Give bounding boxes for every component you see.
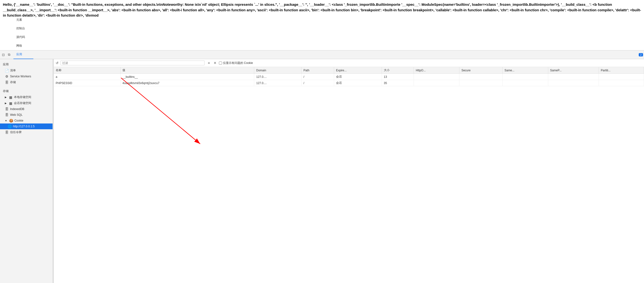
chat-badge: 2 — [639, 53, 643, 57]
main-content: ↺ ≡ ✕ 仅显示有问题的 Cookie 名称值DomainPathExpire… — [54, 59, 644, 283]
filter-input[interactable] — [62, 61, 203, 65]
cookie-label: Cookie — [14, 119, 23, 122]
cell-expires: 会话 — [334, 74, 382, 80]
indexeddb-label: IndexedDB — [10, 107, 24, 111]
sidebar-item-service-workers[interactable]: ⚙Service Workers — [0, 74, 52, 79]
filter-options-icon[interactable]: ≡ — [206, 61, 211, 65]
web-sql-label: Web SQL — [10, 113, 22, 117]
cell-value: 4uaqafktvmil3v6qmtj2suvcu7 — [120, 80, 254, 86]
cell-size: 13 — [382, 74, 414, 80]
service-workers-icon: ⚙ — [5, 75, 9, 78]
sidebar-item-cookie[interactable]: ▼🍪Cookie — [0, 118, 52, 123]
cell-domain: 127.0.... — [254, 74, 302, 80]
cell-path: / — [302, 74, 334, 80]
show-issues-label[interactable]: 仅显示有问题的 Cookie — [219, 61, 253, 65]
local-storage-label: 本地存储空间 — [14, 95, 31, 99]
cell-size: 35 — [382, 80, 414, 86]
sidebar-item-web-sql[interactable]: 🗄Web SQL — [0, 112, 52, 118]
tab-network[interactable]: 网络 — [14, 42, 33, 51]
cell-expires: 会话 — [334, 80, 382, 86]
cell-sameparty — [548, 80, 599, 86]
top-content-area: Hello, {'__name__': 'builtins', '__doc__… — [0, 0, 644, 51]
cell-samesite — [502, 80, 548, 86]
show-issues-text: 仅显示有问题的 Cookie — [223, 61, 253, 65]
devtools-tabs-bar: ⊡ ⧉ 元素控制台源代码网络应用性能内存LighthouseHackBar 2 — [0, 51, 644, 59]
table-body: a__builtins__127.0..../会话13PHPSESSID4uaq… — [54, 74, 644, 86]
table-head: 名称值DomainPathExpire...大小HttpO...SecureSa… — [54, 67, 644, 74]
collapse-arrow: ▼ — [5, 119, 7, 122]
col-header-sameparty[interactable]: SameP... — [548, 67, 599, 74]
trust-icon: 🗄 — [5, 130, 9, 134]
session-storage-label: 会话存储空间 — [14, 101, 31, 105]
tab-application[interactable]: 应用 — [14, 51, 33, 59]
sidebar-item-trust-badges[interactable]: 🗄 信任令牌 — [0, 129, 52, 135]
col-header-domain[interactable]: Domain — [254, 67, 302, 74]
indexeddb-icon: 🗄 — [5, 107, 9, 111]
cell-value: __builtins__ — [120, 74, 254, 80]
sidebar-storage-items: ▶▦本地存储空间▶▦会话存储空间🗄IndexedDB🗄Web SQL▼🍪Cook… — [0, 94, 52, 129]
col-header-size[interactable]: 大小 — [382, 67, 414, 74]
col-header-value[interactable]: 值 — [120, 67, 254, 74]
hello-text: Hello, {'__name__': 'builtins', '__doc__… — [3, 3, 641, 17]
service-workers-label: Service Workers — [10, 75, 31, 78]
table-row[interactable]: a__builtins__127.0..../会话13 — [54, 74, 644, 80]
sidebar-item-manifest[interactable]: 📄清单 — [0, 68, 52, 74]
session-storage-icon: ▦ — [9, 101, 12, 105]
cell-path: / — [302, 80, 334, 86]
storage-section-title: 存储 — [0, 88, 52, 94]
sidebar: 应用 📄清单⚙Service Workers🗄存储 存储 ▶▦本地存储空间▶▦会… — [0, 59, 53, 283]
cell-samesite — [502, 74, 548, 80]
storage-label: 存储 — [10, 80, 16, 84]
cell-secure — [460, 74, 502, 80]
manifest-label: 清单 — [10, 69, 16, 73]
cell-domain: 127.0.... — [254, 80, 302, 86]
manifest-icon: 📄 — [5, 69, 9, 73]
filter-bar: ↺ ≡ ✕ 仅显示有问题的 Cookie — [54, 59, 644, 67]
device-toggle-icon[interactable]: ⧉ — [7, 52, 12, 57]
local-storage-icon: ▦ — [9, 95, 12, 99]
col-header-expires[interactable]: Expire... — [334, 67, 382, 74]
expand-arrow: ▶ — [5, 96, 7, 99]
show-issues-checkbox[interactable] — [219, 62, 222, 65]
tab-sources[interactable]: 源代码 — [14, 33, 33, 42]
cell-name: PHPSESSID — [54, 80, 120, 86]
col-header-name[interactable]: 名称 — [54, 67, 120, 74]
cell-sameparty — [548, 74, 599, 80]
cookie-http-icon: 🌐 — [8, 124, 12, 128]
app-section-title: 应用 — [0, 61, 52, 68]
sidebar-item-cookie-http[interactable]: 🌐http://127.0.0.1:5 — [0, 123, 52, 129]
devtools-icon-group: ⊡ ⧉ — [1, 52, 12, 57]
cell-httponly — [414, 74, 460, 80]
sidebar-item-session-storage[interactable]: ▶▦会话存储空间 — [0, 100, 52, 106]
col-header-path[interactable]: Path — [302, 67, 334, 74]
cookie-http-label: http://127.0.0.1:5 — [13, 125, 34, 128]
cookie-table: 名称值DomainPathExpire...大小HttpO...SecureSa… — [54, 67, 644, 86]
cell-partition — [599, 80, 644, 86]
filter-actions: ≡ ✕ 仅显示有问题的 Cookie — [206, 61, 253, 65]
storage-icon: 🗄 — [5, 81, 9, 84]
devtools-tabs-right: 2 — [639, 53, 643, 57]
col-header-secure[interactable]: Secure — [460, 67, 502, 74]
sidebar-item-storage[interactable]: 🗄存储 — [0, 79, 52, 85]
cell-name: a — [54, 74, 120, 80]
table-row[interactable]: PHPSESSID4uaqafktvmil3v6qmtj2suvcu7127.0… — [54, 80, 644, 86]
cookie-table-wrap: 名称值DomainPathExpire...大小HttpO...SecureSa… — [54, 67, 644, 283]
sidebar-app-items: 📄清单⚙Service Workers🗄存储 — [0, 68, 52, 85]
tab-console[interactable]: 控制台 — [14, 25, 33, 33]
col-header-partition[interactable]: Partiti... — [599, 67, 644, 74]
col-header-samesite[interactable]: Same... — [502, 67, 548, 74]
cell-httponly — [414, 80, 460, 86]
clear-filter-icon[interactable]: ✕ — [213, 61, 218, 65]
cell-secure — [460, 80, 502, 86]
svg-line-1 — [121, 78, 200, 144]
tab-elements[interactable]: 元素 — [14, 16, 33, 25]
col-header-httponly[interactable]: HttpO... — [414, 67, 460, 74]
sidebar-item-local-storage[interactable]: ▶▦本地存储空间 — [0, 94, 52, 100]
inspect-icon[interactable]: ⊡ — [1, 52, 6, 57]
sidebar-item-indexeddb[interactable]: 🗄IndexedDB — [0, 106, 52, 112]
trust-label: 信任令牌 — [10, 130, 22, 134]
cookie-icon: 🍪 — [9, 119, 13, 123]
refresh-button[interactable]: ↺ — [56, 61, 58, 65]
devtools-body: 应用 📄清单⚙Service Workers🗄存储 存储 ▶▦本地存储空间▶▦会… — [0, 59, 644, 283]
filter-input-wrap — [60, 61, 204, 65]
